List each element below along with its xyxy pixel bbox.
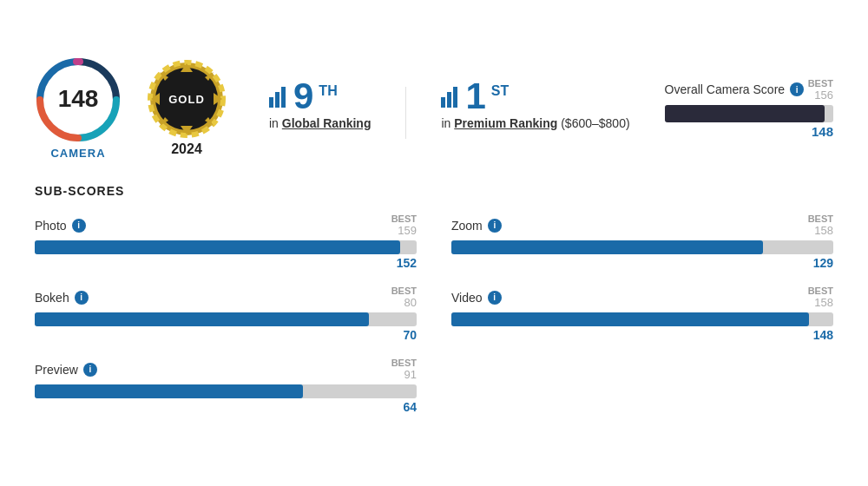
preview-bar — [35, 384, 417, 398]
overall-score-value: 148 — [665, 124, 833, 139]
main-container: 148 CAMERA — [17, 36, 851, 450]
global-rank-number: 9 — [293, 78, 313, 115]
sub-score-photo: Photo i BEST 159 152 — [35, 213, 417, 270]
gold-badge: GOLD — [148, 60, 226, 138]
zoom-bar-fill — [451, 240, 763, 254]
photo-name: Photo i — [35, 219, 86, 233]
bokeh-bar — [35, 312, 417, 326]
video-label-row: Video i BEST 158 — [451, 286, 833, 309]
photo-value: 152 — [35, 256, 417, 270]
global-rank-label: in Global Ranking — [269, 116, 371, 130]
svg-rect-14 — [281, 87, 286, 108]
zoom-bar — [451, 240, 833, 254]
overall-title-row: Overall Camera Score i BEST 156 — [665, 78, 833, 102]
bokeh-best-label: BEST — [391, 286, 417, 296]
header-row: 148 CAMERA — [35, 56, 833, 160]
video-bar-fill — [451, 312, 809, 326]
global-rank-bar-icon — [269, 87, 286, 111]
preview-best-value: 91 — [391, 368, 417, 381]
photo-bar-fill — [35, 240, 400, 254]
overall-info-icon[interactable]: i — [790, 82, 804, 96]
bokeh-value: 70 — [35, 328, 417, 342]
overall-bar-fill — [665, 105, 825, 122]
sub-score-bokeh: Bokeh i BEST 80 70 — [35, 286, 417, 342]
zoom-label-row: Zoom i BEST 158 — [451, 213, 833, 237]
main-score: 148 — [58, 85, 99, 113]
premium-rank-label: in Premium Ranking ($600–$800) — [441, 116, 629, 130]
global-rank-item: 9 TH in Global Ranking — [269, 78, 371, 130]
photo-bar — [35, 240, 417, 254]
premium-rank-bar-icon — [441, 87, 458, 111]
premium-rank-item: 1 ST in Premium Ranking ($600–$800) — [441, 78, 629, 130]
global-rank-suffix: TH — [319, 83, 337, 99]
overall-title: Overall Camera Score i — [665, 82, 805, 96]
bokeh-best-value: 80 — [391, 296, 417, 309]
sub-scores-section: SUB-SCORES Photo i BEST 159 152 — [35, 184, 833, 430]
sub-score-video: Video i BEST 158 148 — [451, 286, 833, 342]
premium-rank-number: 1 — [465, 78, 485, 115]
svg-rect-17 — [453, 87, 457, 108]
score-circle: 148 — [35, 56, 122, 143]
preview-name: Preview i — [35, 363, 97, 377]
score-circle-wrap: 148 CAMERA — [35, 56, 122, 160]
overall-best-value: 156 — [808, 89, 833, 102]
zoom-name: Zoom i — [451, 219, 502, 233]
video-best-value: 158 — [808, 296, 833, 309]
overall-section: Overall Camera Score i BEST 156 148 — [665, 78, 833, 139]
preview-info-icon[interactable]: i — [83, 363, 97, 377]
photo-label-row: Photo i BEST 159 — [35, 213, 417, 237]
zoom-best-value: 158 — [808, 224, 833, 237]
preview-bar-fill — [35, 384, 303, 398]
camera-label: CAMERA — [50, 147, 105, 160]
bokeh-info-icon[interactable]: i — [75, 291, 89, 305]
gold-badge-wrap: GOLD 2024 — [148, 60, 226, 157]
bokeh-label-row: Bokeh i BEST 80 — [35, 286, 417, 309]
svg-rect-12 — [269, 97, 273, 108]
badge-text: GOLD — [168, 92, 205, 105]
video-bar — [451, 312, 833, 326]
video-value: 148 — [451, 328, 833, 342]
video-name: Video i — [451, 291, 502, 305]
svg-rect-15 — [441, 97, 445, 108]
video-info-icon[interactable]: i — [488, 291, 502, 305]
preview-best-label: BEST — [391, 358, 417, 368]
svg-rect-13 — [275, 92, 279, 108]
rank-divider — [405, 87, 406, 139]
preview-label-row: Preview i BEST 91 — [35, 358, 417, 381]
zoom-best-label: BEST — [808, 213, 833, 224]
bokeh-bar-fill — [35, 312, 369, 326]
sub-scores-title: SUB-SCORES — [35, 184, 833, 198]
photo-info-icon[interactable]: i — [72, 219, 86, 233]
overall-best-label: BEST — [808, 78, 833, 89]
photo-best-value: 159 — [391, 224, 417, 237]
svg-rect-16 — [447, 92, 451, 108]
bokeh-name: Bokeh i — [35, 291, 89, 305]
sub-score-zoom: Zoom i BEST 158 129 — [451, 213, 833, 270]
overall-bar — [665, 105, 833, 122]
video-best-label: BEST — [808, 286, 833, 296]
preview-value: 64 — [35, 400, 417, 414]
sub-score-preview: Preview i BEST 91 64 — [35, 358, 417, 414]
year-label: 2024 — [171, 141, 202, 157]
sub-scores-grid: Photo i BEST 159 152 Zoom — [35, 213, 833, 430]
photo-best-label: BEST — [391, 213, 417, 224]
zoom-info-icon[interactable]: i — [488, 219, 502, 233]
zoom-value: 129 — [451, 256, 833, 270]
premium-rank-suffix: ST — [491, 83, 509, 99]
